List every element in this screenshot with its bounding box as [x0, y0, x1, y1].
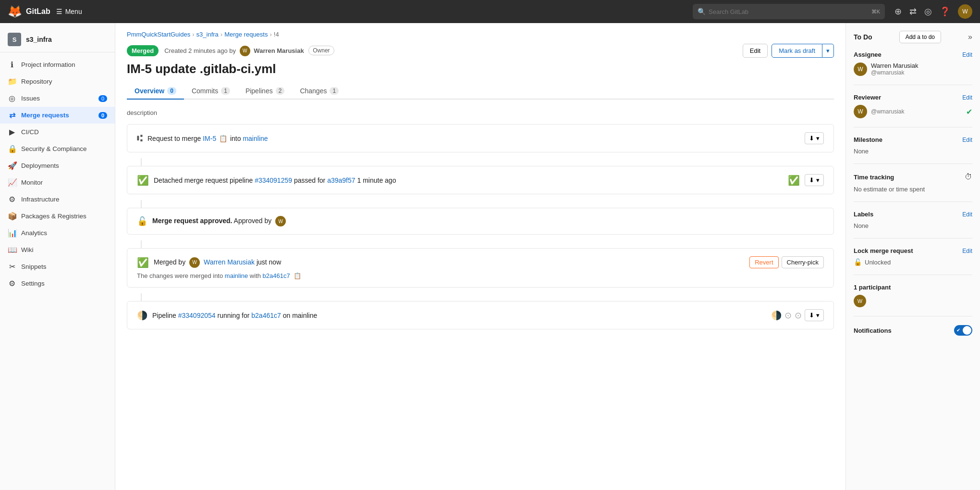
mr-description: description: [127, 109, 834, 116]
running-commit-link[interactable]: b2a461c7: [251, 312, 281, 319]
assignee-handle: @wmarusiak: [871, 69, 918, 76]
pipeline-running-actions: 🌗 ⊙ ⊙ ⬇ ▾: [771, 309, 824, 321]
pipeline-running-row: 🌗 Pipeline #334092054 running for b2a461…: [137, 309, 824, 321]
mark-draft-button[interactable]: Mark as draft: [772, 44, 822, 58]
sidebar-item-repository[interactable]: 📁 Repository: [0, 73, 115, 90]
reviewer-handle: @wmarusiak: [871, 108, 905, 115]
breadcrumb-project[interactable]: s3_infra: [196, 31, 219, 38]
milestone-edit[interactable]: Edit: [962, 137, 972, 143]
assignee-section: Assignee Edit W Warren Marusiak @wmarusi…: [854, 51, 972, 85]
approval-icon: 🔓: [137, 216, 147, 226]
sidebar-item-packages-registries[interactable]: 📦 Packages & Registries: [0, 208, 115, 225]
search-bar[interactable]: 🔍 ⌘K: [693, 4, 885, 19]
merged-branch-link[interactable]: mainline: [225, 272, 248, 279]
sidebar-label-wiki: Wiki: [21, 246, 34, 253]
assignee-edit[interactable]: Edit: [962, 51, 972, 58]
merger-link[interactable]: Warren Marusiak: [204, 258, 255, 265]
commit-link[interactable]: a39a9f57: [327, 176, 355, 184]
create-icon[interactable]: ⊕: [894, 6, 902, 17]
merged-commit-link[interactable]: b2a461c7: [263, 272, 290, 279]
draft-dropdown-button[interactable]: ▾: [822, 44, 834, 58]
reviewer-check-icon: ✔: [966, 107, 972, 116]
avatar[interactable]: W: [958, 4, 972, 19]
labels-value: None: [854, 222, 869, 229]
sidebar-icon-merge-requests: ⇄: [8, 111, 16, 120]
pipeline-download-btn[interactable]: ⬇ ▾: [805, 174, 824, 186]
sidebar-item-project-information[interactable]: ℹ Project information: [0, 56, 115, 73]
tab-pipelines[interactable]: Pipelines 2: [238, 83, 293, 100]
sidebar-item-settings[interactable]: ⚙ Settings: [0, 275, 115, 292]
sidebar-item-analytics[interactable]: 📊 Analytics: [0, 225, 115, 241]
lock-icon: 🔓: [854, 258, 862, 266]
brand-logo[interactable]: 🦊 GitLab: [8, 5, 50, 18]
mr-author: Warren Marusiak: [254, 47, 304, 54]
search-input[interactable]: [709, 8, 871, 15]
pipeline-actions: ✅ ⬇ ▾: [788, 174, 824, 186]
notifications-toggle[interactable]: ✔: [954, 325, 972, 336]
mr-header: Merged Created 2 minutes ago by W Warren…: [127, 44, 834, 58]
sidebar-item-merge-requests[interactable]: ⇄ Merge requests 0: [0, 107, 115, 124]
breadcrumb-mr[interactable]: Merge requests: [224, 31, 268, 38]
sidebar-item-cicd[interactable]: ▶ CI/CD: [0, 124, 115, 140]
sidebar-label-analytics: Analytics: [21, 229, 47, 237]
connector-2: [141, 200, 142, 208]
tab-changes[interactable]: Changes 1: [292, 83, 346, 100]
running-download-btn[interactable]: ⬇ ▾: [805, 309, 824, 321]
sidebar-icon-deployments: 🚀: [8, 161, 16, 170]
participant-avatar-1[interactable]: W: [854, 295, 866, 307]
milestone-value: None: [854, 148, 869, 155]
help-icon[interactable]: ❓: [940, 6, 950, 17]
milestone-section: Milestone Edit None: [854, 136, 972, 164]
sidebar-label-infrastructure: Infrastructure: [21, 196, 60, 203]
sidebar-item-security-compliance[interactable]: 🔒 Security & Compliance: [0, 140, 115, 157]
add-todo-button[interactable]: Add a to do: [899, 31, 941, 43]
sidebar-label-project-information: Project information: [21, 61, 75, 68]
breadcrumb-org[interactable]: PmmQuickStartGuides: [127, 31, 190, 38]
sidebar-label-security-compliance: Security & Compliance: [21, 145, 87, 152]
edit-button[interactable]: Edit: [743, 44, 768, 58]
approver-avatar: W: [275, 216, 286, 226]
merge-requests-nav-icon[interactable]: ⇄: [909, 6, 917, 17]
gitlab-icon: 🦊: [8, 5, 22, 18]
lock-edit[interactable]: Edit: [962, 248, 972, 254]
sidebar-item-snippets[interactable]: ✂ Snippets: [0, 258, 115, 275]
copy-commit-icon[interactable]: 📋: [294, 272, 301, 279]
branch-to-link[interactable]: mainline: [243, 135, 268, 142]
menu-button[interactable]: ☰ Menu: [56, 8, 82, 15]
time-tracking-icon[interactable]: ⏱: [965, 173, 972, 181]
top-navigation: 🦊 GitLab ☰ Menu 🔍 ⌘K ⊕ ⇄ ◎ ❓ W: [0, 0, 980, 23]
tab-commits[interactable]: Commits 1: [184, 83, 238, 100]
sidebar-icon-project-information: ℹ: [8, 60, 16, 69]
issues-nav-icon[interactable]: ◎: [924, 6, 932, 17]
connector-4: [141, 293, 142, 301]
branch-from-link[interactable]: IM-5: [203, 135, 216, 142]
sidebar-label-snippets: Snippets: [21, 263, 47, 270]
sidebar-project-header[interactable]: S s3_infra: [0, 29, 115, 52]
pipeline-link[interactable]: #334091259: [255, 176, 292, 184]
cherry-pick-button[interactable]: Cherry-pick: [782, 256, 824, 268]
merge-branch-actions: ⬇ ▾: [805, 132, 824, 144]
toggle-check-icon: ✔: [956, 327, 960, 333]
grey-icon-1: ⊙: [784, 310, 792, 321]
author-avatar: W: [240, 46, 250, 56]
pipeline-status-icon: ✅: [788, 175, 800, 186]
project-avatar: S: [8, 33, 21, 46]
merged-detail: The changes were merged into mainline wi…: [137, 272, 824, 279]
sidebar-item-infrastructure[interactable]: ⚙ Infrastructure: [0, 191, 115, 208]
pipeline-running-text: Pipeline #334092054 running for b2a461c7…: [152, 312, 766, 319]
expand-button[interactable]: »: [968, 33, 972, 41]
sidebar-item-deployments[interactable]: 🚀 Deployments: [0, 157, 115, 174]
revert-button[interactable]: Revert: [749, 256, 778, 268]
labels-section: Labels Edit None: [854, 211, 972, 239]
labels-edit[interactable]: Edit: [962, 211, 972, 218]
merged-actions: Revert Cherry-pick: [749, 256, 824, 268]
download-btn[interactable]: ⬇ ▾: [805, 132, 824, 144]
tab-overview[interactable]: Overview 0: [127, 83, 184, 100]
pipeline-running-link[interactable]: #334092054: [178, 312, 216, 319]
sidebar-item-issues[interactable]: ◎ Issues 0: [0, 90, 115, 107]
sidebar-icon-packages-registries: 📦: [8, 212, 16, 221]
running-status-icon: 🌗: [771, 310, 782, 321]
reviewer-edit[interactable]: Edit: [962, 94, 972, 101]
sidebar-item-monitor[interactable]: 📈 Monitor: [0, 174, 115, 191]
sidebar-item-wiki[interactable]: 📖 Wiki: [0, 241, 115, 258]
